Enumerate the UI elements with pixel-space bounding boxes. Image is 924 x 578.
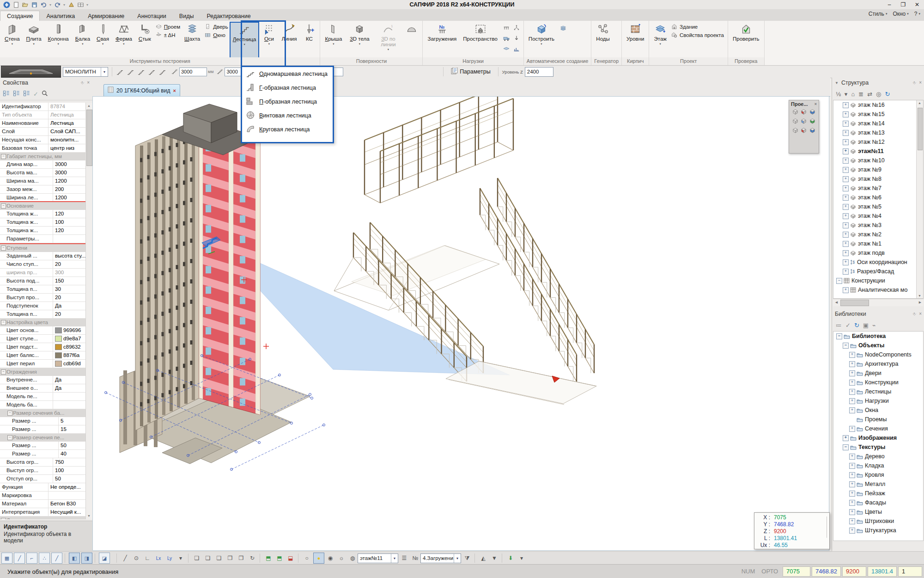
tree-item-Штукатурка[interactable]: +Штукатурка (833, 526, 923, 535)
ribbon-button-Здание[interactable]: Здание (671, 23, 725, 30)
property-row[interactable]: ИнтерпретацияНесущий к... (0, 508, 86, 517)
cube-blue-right-icon[interactable] (808, 109, 817, 115)
ucs-y-icon[interactable]: Ly (164, 553, 175, 563)
menu-item-Одномаршевая лестница[interactable]: Одномаршевая лестница (242, 67, 333, 81)
property-row[interactable]: Цвет баляс...887f6a (0, 351, 86, 360)
ribbon-button-3D по линии[interactable]: 13D по линии▾ (374, 22, 402, 57)
list-settings-icon[interactable]: ≔ (836, 322, 842, 329)
tree-item-Фасады[interactable]: +Фасады (833, 498, 923, 507)
expander-icon[interactable]: + (849, 509, 855, 515)
property-row[interactable]: Базовая точкацентр низ (0, 144, 86, 153)
cube-flat-icon[interactable] (791, 127, 800, 134)
stair-preview-widget[interactable] (1, 66, 61, 78)
property-row[interactable]: Цвет перилcdb69d (0, 360, 86, 368)
tree-item-Архитектура[interactable]: +Архитектура (833, 359, 923, 369)
expander-icon[interactable]: + (843, 241, 849, 247)
search-icon[interactable] (42, 90, 48, 98)
ribbon-mini-chart[interactable] (512, 44, 521, 53)
chevron-down-icon[interactable]: ▼ (835, 81, 839, 85)
tree-item-этаж №10[interactable]: +этаж №10 (833, 156, 923, 165)
stair-rail-tool[interactable] (158, 68, 166, 76)
property-row[interactable]: Заданный ...высота сту... (0, 252, 86, 260)
tree-item-этаж №12[interactable]: +этаж №12 (833, 137, 923, 147)
close-button[interactable]: ✕ (910, 0, 924, 9)
list-icon[interactable]: ☰ (399, 553, 409, 563)
level-z-field[interactable]: 2400 (525, 67, 553, 77)
menu-?[interactable]: ?▾ (914, 11, 920, 17)
menu-item-П-образная лестница[interactable]: П-образная лестница (242, 95, 333, 109)
expander-icon[interactable]: + (843, 102, 849, 108)
property-row[interactable]: Цвет основ...969696 (0, 326, 86, 335)
layers-icon[interactable]: ≣ (858, 91, 863, 98)
floor-combo[interactable]: этаж№11▼ (358, 553, 398, 563)
tree-item-Кровля[interactable]: +Кровля (833, 470, 923, 480)
lock-green-icon[interactable]: ⬒ (263, 553, 274, 563)
tree-item-Текстуры[interactable]: −Текстуры (833, 443, 923, 452)
property-row[interactable]: НаименованиеЛестница (0, 119, 86, 128)
ribbon-button-Свойства проекта[interactable]: Свойства проекта (671, 31, 725, 38)
property-row[interactable]: Высота ма...3000 (0, 169, 86, 177)
close-icon[interactable]: × (919, 80, 922, 86)
table-icon[interactable] (77, 1, 84, 8)
cube-red-bottom-icon[interactable] (800, 127, 808, 134)
tree-item-этаж №2[interactable]: +этаж №2 (833, 230, 923, 239)
expander-icon[interactable]: + (843, 167, 849, 173)
pin-icon[interactable]: ⎀ (80, 80, 84, 86)
tree-item-Сечения[interactable]: +Сечения (833, 424, 923, 433)
property-row[interactable]: Модель пе... (0, 393, 86, 401)
property-row[interactable]: МатериалБетон В30 (0, 500, 86, 508)
tree-item-NodeComponents[interactable]: +NodeComponents (833, 350, 923, 359)
property-row[interactable]: Параметры... (0, 235, 86, 243)
tree-item-Окна[interactable]: +Окна (833, 406, 923, 415)
ribbon-mini-stack[interactable] (559, 24, 568, 33)
expander-icon[interactable]: + (843, 195, 849, 201)
menu-tab-Виды[interactable]: Виды (173, 11, 201, 21)
property-row[interactable]: Высота огр...750 (0, 458, 86, 467)
ribbon-button-3D тела[interactable]: 3D тела▾ (346, 22, 373, 57)
scroll-up-icon[interactable]: ▲ (86, 103, 92, 109)
bulb-add-icon[interactable]: ☼ (336, 553, 346, 563)
property-row[interactable]: Размер ...50 (0, 442, 86, 450)
property-row[interactable]: Маркировка (0, 492, 86, 500)
expander-icon[interactable]: + (849, 426, 855, 432)
property-row[interactable]: Размер ...15 (0, 425, 86, 434)
expander-icon[interactable]: + (849, 361, 855, 367)
tree-item-этаж №15[interactable]: +этаж №15 (833, 110, 923, 119)
tree-item-Конструкции[interactable]: −Конструкции (833, 276, 923, 285)
paint-roller-tool[interactable] (148, 68, 156, 76)
expander-icon[interactable]: + (843, 176, 849, 182)
tree-item-Кладка[interactable]: +Кладка (833, 461, 923, 470)
expander-icon[interactable]: + (849, 370, 855, 376)
snap-solid-icon[interactable]: ◧ (69, 553, 80, 564)
expander-icon[interactable]: + (849, 352, 855, 358)
expander-icon[interactable]: + (849, 407, 855, 413)
property-row[interactable]: Внешнее о...Да (0, 384, 86, 393)
ribbon-button-Уровни[interactable]: Уровни (624, 22, 647, 57)
draw-line-icon[interactable]: ╱ (120, 553, 130, 563)
structure-vscrollbar[interactable]: ▲▼ (916, 100, 923, 298)
expander-icon[interactable]: + (849, 398, 855, 404)
expander-icon[interactable]: + (849, 518, 855, 524)
property-row[interactable]: Толщина п...20 (0, 310, 86, 319)
ribbon-mini-frame[interactable] (502, 24, 511, 33)
expander-icon[interactable]: + (843, 121, 849, 127)
expander-icon[interactable]: + (843, 158, 849, 164)
tree-item-этаж №14[interactable]: +этаж №14 (833, 119, 923, 128)
tree-item-Пейзаж[interactable]: +Пейзаж (833, 489, 923, 498)
menu-item-Круговая лестница[interactable]: Круговая лестница (242, 123, 333, 136)
ortho-indicator[interactable]: ОРТО (758, 567, 781, 576)
expander-icon[interactable]: + (849, 481, 855, 487)
ribbon-button-dome[interactable] (403, 22, 420, 57)
center-point-icon[interactable]: ⊙ (131, 553, 141, 563)
section-header[interactable]: −Дотягивать аналитиче... (0, 517, 86, 519)
property-row[interactable]: СлойСлой САП... (0, 128, 86, 136)
link-icon[interactable]: ⇄ (867, 91, 872, 98)
apply-icon[interactable]: ✓ (33, 91, 38, 98)
ribbon-button-Лестница[interactable]: Лестница▾ (230, 22, 260, 57)
new-file-icon[interactable] (12, 1, 19, 8)
ribbon-button-Оси[interactable]: Оси▾ (260, 22, 278, 57)
numbering-icon[interactable]: № (410, 553, 420, 563)
ribbon-mini-slabmini[interactable] (502, 44, 511, 53)
tree-item-этаж№11[interactable]: +этаж№11 (833, 147, 923, 156)
expander-icon[interactable]: + (849, 500, 855, 506)
